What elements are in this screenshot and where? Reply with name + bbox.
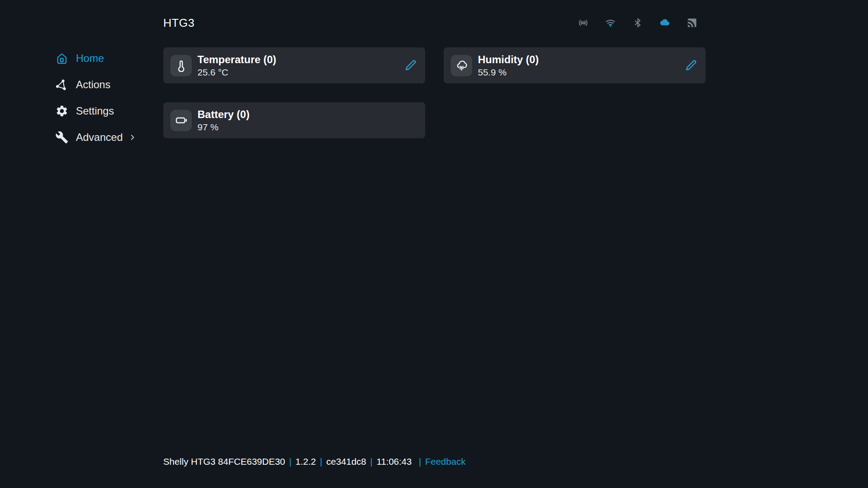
- wrench-icon: [55, 131, 68, 144]
- sidebar-item-label: Settings: [76, 105, 114, 117]
- footer-firmware-version: 1.2.2: [295, 456, 316, 467]
- sensor-cards: Temperature (0) 25.6 °C Humidity: [163, 47, 706, 138]
- footer-device-time: 11:06:43: [377, 456, 412, 467]
- footer-separator: |: [370, 456, 373, 467]
- footer-separator: |: [419, 456, 421, 467]
- footer-separator: |: [320, 456, 322, 467]
- sidebar-item-settings[interactable]: Settings: [0, 98, 149, 124]
- edit-humidity-button[interactable]: [684, 58, 698, 72]
- footer-separator: |: [289, 456, 291, 467]
- bluetooth-icon: [632, 17, 643, 29]
- battery-icon: [170, 110, 192, 131]
- card-value: 97 %: [197, 122, 250, 133]
- shelly-device-page: { "header": { "title": "HTG3", "status_i…: [0, 0, 868, 488]
- humidity-icon: [451, 55, 472, 76]
- card-text: Battery (0) 97 %: [197, 108, 250, 133]
- chevron-right-icon: [128, 133, 137, 142]
- home-icon: [55, 52, 68, 65]
- card-text: Temperature (0) 25.6 °C: [197, 53, 276, 78]
- main-content: HTG3: [163, 0, 706, 138]
- page-title: HTG3: [163, 16, 194, 30]
- card-title: Battery (0): [197, 108, 250, 121]
- humidity-card: Humidity (0) 55.9 %: [444, 47, 706, 83]
- feedback-link[interactable]: Feedback: [425, 456, 466, 467]
- sidebar-nav: Home Actions Sett: [0, 45, 149, 151]
- cloud-icon: [659, 17, 671, 29]
- page-header: HTG3: [163, 0, 706, 32]
- sidebar: Home Actions Sett: [0, 0, 149, 488]
- thermometer-icon: [170, 55, 192, 76]
- sidebar-item-advanced[interactable]: Advanced: [0, 124, 149, 151]
- status-icons: [577, 17, 706, 29]
- card-value: 55.9 %: [478, 67, 539, 78]
- sidebar-item-actions[interactable]: Actions: [0, 72, 149, 98]
- battery-card: Battery (0) 97 %: [163, 102, 425, 138]
- temperature-card: Temperature (0) 25.6 °C: [163, 47, 425, 83]
- card-value: 25.6 °C: [197, 67, 276, 78]
- wifi-icon: [605, 17, 616, 29]
- card-title: Humidity (0): [478, 53, 539, 66]
- settings-gear-icon: [55, 104, 68, 118]
- sidebar-item-label: Home: [76, 52, 104, 65]
- card-title: Temperature (0): [197, 53, 276, 66]
- ap-mode-icon: [577, 17, 589, 29]
- actions-icon: [55, 78, 68, 91]
- card-text: Humidity (0) 55.9 %: [478, 53, 539, 78]
- sidebar-item-home[interactable]: Home: [0, 45, 149, 72]
- edit-temperature-button[interactable]: [403, 58, 417, 72]
- footer-device-id: Shelly HTG3 84FCE639DE30: [163, 456, 285, 467]
- sidebar-item-label: Actions: [76, 79, 111, 91]
- footer-build-hash: ce341dc8: [326, 456, 366, 467]
- sidebar-item-label: Advanced: [76, 131, 123, 144]
- mqtt-icon: [686, 17, 698, 29]
- footer: Shelly HTG3 84FCE639DE30 | 1.2.2 | ce341…: [163, 456, 466, 467]
